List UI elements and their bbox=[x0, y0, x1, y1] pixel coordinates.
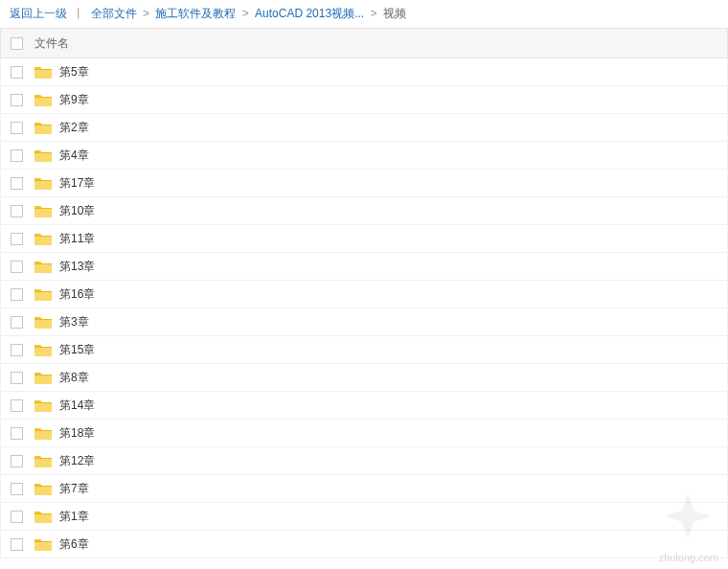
file-checkbox[interactable] bbox=[11, 149, 23, 162]
file-row[interactable]: 第8章 bbox=[1, 364, 727, 392]
file-row[interactable]: 第11章 bbox=[1, 225, 727, 253]
file-checkbox[interactable] bbox=[11, 455, 23, 467]
file-name[interactable]: 第11章 bbox=[59, 231, 95, 247]
breadcrumb-item-1[interactable]: 施工软件及教程 bbox=[155, 7, 236, 20]
file-row[interactable]: 第7章 bbox=[1, 475, 727, 503]
file-name[interactable]: 第1章 bbox=[59, 509, 89, 525]
file-name[interactable]: 第8章 bbox=[59, 370, 89, 386]
file-name[interactable]: 第3章 bbox=[59, 314, 89, 330]
file-checkbox[interactable] bbox=[11, 66, 23, 79]
file-checkbox[interactable] bbox=[11, 344, 23, 356]
folder-icon bbox=[34, 371, 52, 385]
folder-icon bbox=[34, 93, 52, 107]
folder-icon bbox=[34, 176, 52, 191]
folder-icon bbox=[34, 65, 52, 80]
file-name[interactable]: 第6章 bbox=[59, 536, 89, 553]
file-row[interactable]: 第6章 bbox=[1, 531, 727, 558]
folder-icon bbox=[34, 343, 52, 357]
file-row[interactable]: 第12章 bbox=[1, 447, 727, 475]
file-name[interactable]: 第10章 bbox=[59, 203, 95, 219]
folder-icon bbox=[34, 482, 52, 496]
file-name[interactable]: 第2章 bbox=[59, 120, 89, 136]
folder-icon bbox=[34, 204, 52, 218]
file-row[interactable]: 第16章 bbox=[1, 281, 727, 308]
file-checkbox[interactable] bbox=[11, 177, 23, 190]
file-checkbox[interactable] bbox=[11, 427, 23, 440]
file-row[interactable]: 第14章 bbox=[1, 392, 727, 420]
file-checkbox[interactable] bbox=[11, 94, 23, 106]
breadcrumb-item-0[interactable]: 全部文件 bbox=[91, 7, 137, 20]
file-checkbox[interactable] bbox=[11, 233, 23, 245]
file-name[interactable]: 第15章 bbox=[59, 342, 95, 358]
breadcrumb-sep: > bbox=[143, 7, 149, 20]
file-name[interactable]: 第9章 bbox=[59, 92, 89, 108]
file-checkbox[interactable] bbox=[11, 538, 23, 551]
file-row[interactable]: 第5章 bbox=[1, 58, 727, 86]
file-name[interactable]: 第17章 bbox=[59, 175, 95, 192]
file-name[interactable]: 第16章 bbox=[59, 286, 95, 303]
file-checkbox[interactable] bbox=[11, 288, 23, 301]
select-all-checkbox[interactable] bbox=[11, 37, 23, 50]
file-checkbox[interactable] bbox=[11, 372, 23, 384]
file-checkbox[interactable] bbox=[11, 399, 23, 412]
file-list: 第5章第9章第2章第4章第17章第10章第11章第13章第16章第3章第15章第… bbox=[0, 58, 728, 558]
folder-icon bbox=[34, 121, 52, 135]
folder-icon bbox=[34, 315, 52, 330]
file-name[interactable]: 第18章 bbox=[59, 425, 95, 442]
breadcrumb: 返回上一级 丨 全部文件 > 施工软件及教程 > AutoCAD 2013视频.… bbox=[0, 0, 728, 28]
folder-icon bbox=[34, 426, 52, 441]
list-header: 文件名 bbox=[0, 28, 728, 58]
folder-icon bbox=[34, 232, 52, 246]
file-row[interactable]: 第15章 bbox=[1, 336, 727, 364]
breadcrumb-current: 视频 bbox=[383, 7, 406, 20]
file-checkbox[interactable] bbox=[11, 316, 23, 329]
file-row[interactable]: 第17章 bbox=[1, 170, 727, 197]
folder-icon bbox=[34, 148, 52, 163]
file-checkbox[interactable] bbox=[11, 205, 23, 217]
folder-icon bbox=[34, 510, 52, 524]
file-checkbox[interactable] bbox=[11, 122, 23, 134]
breadcrumb-sep: > bbox=[371, 7, 377, 20]
breadcrumb-sep: > bbox=[242, 7, 249, 20]
file-row[interactable]: 第10章 bbox=[1, 197, 727, 225]
file-name[interactable]: 第7章 bbox=[59, 481, 89, 497]
column-header-name[interactable]: 文件名 bbox=[34, 35, 69, 52]
file-name[interactable]: 第5章 bbox=[59, 64, 89, 80]
file-row[interactable]: 第1章 bbox=[1, 503, 727, 531]
breadcrumb-item-2[interactable]: AutoCAD 2013视频... bbox=[255, 7, 364, 20]
file-checkbox[interactable] bbox=[11, 261, 23, 273]
file-name[interactable]: 第14章 bbox=[59, 398, 95, 414]
folder-icon bbox=[34, 537, 52, 552]
file-row[interactable]: 第2章 bbox=[1, 114, 727, 142]
folder-icon bbox=[34, 398, 52, 413]
file-name[interactable]: 第12章 bbox=[59, 453, 95, 469]
breadcrumb-back[interactable]: 返回上一级 bbox=[10, 7, 67, 20]
breadcrumb-divider: 丨 bbox=[73, 7, 84, 20]
file-checkbox[interactable] bbox=[11, 511, 23, 523]
file-name[interactable]: 第13章 bbox=[59, 259, 95, 275]
file-row[interactable]: 第9章 bbox=[1, 86, 727, 114]
file-checkbox[interactable] bbox=[11, 483, 23, 495]
file-row[interactable]: 第13章 bbox=[1, 253, 727, 281]
file-name[interactable]: 第4章 bbox=[59, 148, 89, 164]
file-row[interactable]: 第4章 bbox=[1, 142, 727, 170]
folder-icon bbox=[34, 260, 52, 274]
file-row[interactable]: 第3章 bbox=[1, 308, 727, 336]
file-row[interactable]: 第18章 bbox=[1, 420, 727, 447]
folder-icon bbox=[34, 287, 52, 302]
folder-icon bbox=[34, 454, 52, 468]
